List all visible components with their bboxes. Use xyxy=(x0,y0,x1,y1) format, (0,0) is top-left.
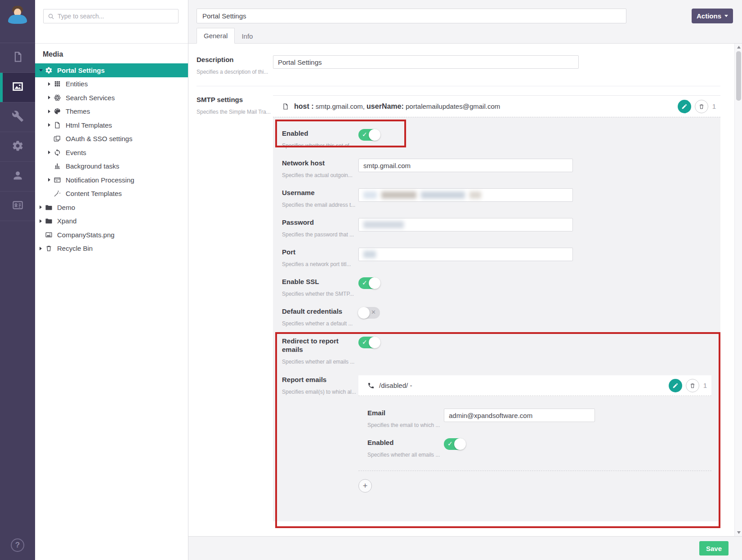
port-label: Port xyxy=(282,248,358,256)
edit-button[interactable] xyxy=(669,379,682,392)
tree-item-companystats[interactable]: CompanyStats.png xyxy=(35,228,188,242)
username-input[interactable] xyxy=(358,188,573,202)
rail-item-tools[interactable] xyxy=(0,102,35,132)
tree-item-background-tasks[interactable]: Background tasks xyxy=(35,160,188,173)
search-input[interactable] xyxy=(44,9,178,23)
toggle-knob xyxy=(369,277,380,289)
username-row: Username Specifies the email address t..… xyxy=(282,188,711,209)
actions-label: Actions xyxy=(697,12,721,20)
image-icon xyxy=(12,80,24,94)
edit-button[interactable] xyxy=(678,100,691,113)
password-label: Password xyxy=(282,218,358,227)
email-input[interactable] xyxy=(444,409,595,422)
add-item-button[interactable]: + xyxy=(358,479,372,493)
redirect-row: Redirect to report emails Specifies whet… xyxy=(282,337,711,366)
check-icon: ✓ xyxy=(362,131,367,138)
report-enabled-label: Enabled xyxy=(367,438,444,447)
item-count: 1 xyxy=(703,382,707,389)
password-input[interactable] xyxy=(358,218,573,231)
tree-item-events[interactable]: Events xyxy=(35,146,188,160)
tree-item-label: Entities xyxy=(66,80,88,88)
redacted-value xyxy=(421,191,465,199)
rail-item-users[interactable] xyxy=(0,162,35,191)
enable-ssl-help: Specifies whether the SMTP... xyxy=(282,291,358,297)
tree-item-content-templates[interactable]: Content Templates xyxy=(35,187,188,201)
save-button[interactable]: Save xyxy=(699,541,729,556)
x-icon: ✕ xyxy=(371,309,376,316)
help-icon[interactable]: ? xyxy=(11,538,24,552)
caret-down-icon xyxy=(38,69,44,71)
media-tree: Portal Settings Entities Search Services… xyxy=(35,63,188,255)
dashed-divider xyxy=(358,471,711,471)
report-summary-text: /disabled/ - xyxy=(379,382,669,389)
check-icon: ✓ xyxy=(447,440,453,447)
tree-item-notification-processing[interactable]: Notification Processing xyxy=(35,173,188,187)
default-credentials-row: Default credentials Specifies whether a … xyxy=(282,307,711,328)
trash-icon xyxy=(689,382,696,389)
asset-title-input[interactable] xyxy=(197,9,626,23)
enabled-help: Specifies whether this set of ... xyxy=(282,142,358,149)
email-row: Email Specifies the email to which ... xyxy=(367,409,711,429)
enabled-toggle[interactable]: ✓ xyxy=(358,129,380,141)
network-host-input[interactable] xyxy=(358,159,573,172)
description-help: Specifies a description of thi... xyxy=(197,69,273,75)
rail-item-media[interactable] xyxy=(0,73,35,102)
tree-item-xpand[interactable]: Xpand xyxy=(35,214,188,228)
tree-item-label: Search Services xyxy=(66,94,115,102)
rail-item-documents[interactable] xyxy=(0,43,35,73)
tree-item-label: Recycle Bin xyxy=(57,244,93,252)
footer-bar: Save xyxy=(188,536,742,560)
username-key: userName: xyxy=(367,102,404,110)
scroll-up-button[interactable] xyxy=(735,44,742,51)
scrollbar-thumb[interactable] xyxy=(736,51,741,101)
tree-item-search-services[interactable]: Search Services xyxy=(35,91,188,105)
username-value: portalemailupdates@gmail.com xyxy=(406,102,500,110)
tab-general[interactable]: General xyxy=(197,28,235,44)
tree-item-html-templates[interactable]: Html Templates xyxy=(35,118,188,132)
redirect-toggle[interactable]: ✓ xyxy=(358,337,380,348)
redacted-value xyxy=(381,191,416,199)
caret-right-icon xyxy=(46,110,52,113)
caret-right-icon xyxy=(38,219,44,223)
trash-icon xyxy=(45,244,53,252)
settings-form: Description Specifies a description of t… xyxy=(188,44,734,536)
tree-item-portal-settings[interactable]: Portal Settings xyxy=(35,63,188,77)
description-input[interactable] xyxy=(273,55,579,69)
redacted-value xyxy=(363,221,404,228)
enabled-row: Enabled Specifies whether this set of ..… xyxy=(282,129,711,150)
tree-item-oauth-sso[interactable]: OAuth & SSO settings xyxy=(35,132,188,146)
atom-icon xyxy=(54,94,61,102)
image-icon xyxy=(45,231,53,239)
report-enabled-toggle[interactable]: ✓ xyxy=(444,438,465,450)
rail-item-profiles[interactable] xyxy=(0,191,35,221)
caret-right-icon xyxy=(46,151,52,154)
scroll-down-button[interactable] xyxy=(735,529,742,536)
report-emails-editor: /disabled/ - 1 xyxy=(358,375,711,493)
description-row: Description Specifies a description of t… xyxy=(197,55,720,75)
gear-icon xyxy=(12,140,24,154)
grid-icon xyxy=(54,80,61,88)
host-value: smtp.gmail.com, xyxy=(316,102,365,110)
tree-item-label: OAuth & SSO settings xyxy=(66,135,132,142)
panel-title: Media xyxy=(43,50,188,58)
tree-item-demo[interactable]: Demo xyxy=(35,200,188,214)
caret-right-icon xyxy=(38,247,44,250)
enable-ssl-toggle[interactable]: ✓ xyxy=(358,277,380,289)
tree-item-recycle-bin[interactable]: Recycle Bin xyxy=(35,242,188,256)
tree-item-entities[interactable]: Entities xyxy=(35,77,188,91)
actions-button[interactable]: Actions xyxy=(692,9,733,23)
tab-info[interactable]: Info xyxy=(235,29,259,44)
default-credentials-toggle[interactable]: ✕ xyxy=(358,307,380,319)
user-avatar[interactable] xyxy=(0,0,35,43)
default-credentials-label: Default credentials xyxy=(282,307,358,316)
rail-item-settings[interactable] xyxy=(0,132,35,162)
port-input[interactable] xyxy=(358,248,573,261)
delete-button[interactable] xyxy=(695,100,708,113)
network-host-help: Specifies the actual outgoin... xyxy=(282,172,358,178)
tree-item-label: Events xyxy=(66,149,86,156)
caret-right-icon xyxy=(46,178,52,182)
enable-ssl-label: Enable SSL xyxy=(282,277,358,286)
tree-item-themes[interactable]: Themes xyxy=(35,105,188,119)
tree-item-label: Demo xyxy=(57,204,75,211)
delete-button[interactable] xyxy=(686,379,699,392)
